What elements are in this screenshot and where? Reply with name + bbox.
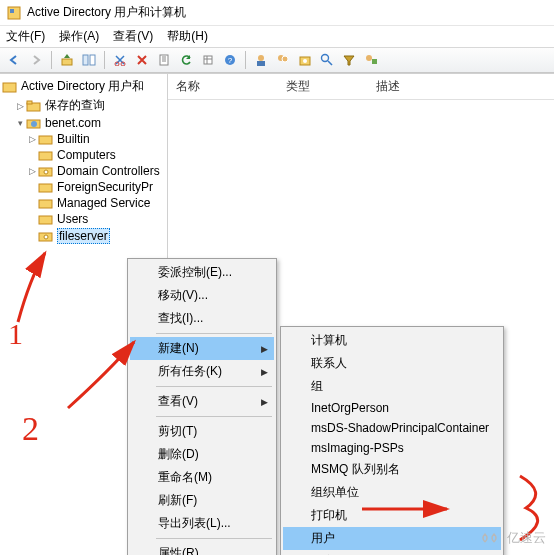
- tree-saved-queries[interactable]: ▷ 保存的查询: [0, 96, 167, 115]
- export-button[interactable]: [198, 50, 218, 70]
- ctx-rename[interactable]: 重命名(M): [130, 466, 274, 489]
- toolbar: ?: [0, 47, 554, 73]
- tree-label: Builtin: [57, 132, 90, 146]
- add-to-group-button[interactable]: [361, 50, 381, 70]
- svg-rect-31: [39, 136, 52, 144]
- expand-icon[interactable]: ▷: [26, 134, 38, 144]
- refresh-button[interactable]: [176, 50, 196, 70]
- tree-label: fileserver: [57, 228, 110, 244]
- col-type[interactable]: 类型: [278, 78, 368, 95]
- sub-group[interactable]: 组: [283, 375, 501, 398]
- tree-domain-controllers[interactable]: ▷ Domain Controllers: [0, 163, 167, 179]
- tree-users[interactable]: Users: [0, 211, 167, 227]
- cut-button[interactable]: [110, 50, 130, 70]
- help-button[interactable]: ?: [220, 50, 240, 70]
- svg-point-30: [31, 121, 37, 127]
- sub-ou[interactable]: 组织单位: [283, 481, 501, 504]
- tree-managed-svc[interactable]: Managed Service: [0, 195, 167, 211]
- ctx-new[interactable]: 新建(N)▶: [130, 337, 274, 360]
- folder-icon: [26, 99, 42, 113]
- menu-help[interactable]: 帮助(H): [167, 28, 208, 45]
- collapse-icon[interactable]: ▾: [14, 118, 26, 128]
- ctx-separator: [156, 416, 272, 417]
- domain-icon: [26, 116, 42, 130]
- nav-forward-button[interactable]: [26, 50, 46, 70]
- ctx-separator: [156, 386, 272, 387]
- tree-foreign-sp[interactable]: ForeignSecurityPr: [0, 179, 167, 195]
- sub-computer[interactable]: 计算机: [283, 329, 501, 352]
- tree-computers[interactable]: Computers: [0, 147, 167, 163]
- ctx-find[interactable]: 查找(I)...: [130, 307, 274, 330]
- svg-rect-1: [10, 9, 14, 13]
- ctx-refresh[interactable]: 刷新(F): [130, 489, 274, 512]
- menu-action[interactable]: 操作(A): [59, 28, 99, 45]
- submenu-new[interactable]: 计算机 联系人 组 InetOrgPerson msDS-ShadowPrinc…: [280, 326, 504, 555]
- ou-icon: [38, 229, 54, 243]
- new-ou-button[interactable]: [295, 50, 315, 70]
- svg-point-34: [44, 170, 48, 174]
- svg-rect-2: [62, 59, 72, 65]
- tree-root[interactable]: Active Directory 用户和: [0, 77, 167, 96]
- folder-icon: [38, 148, 54, 162]
- sub-shared-folder[interactable]: 共享文件夹: [283, 550, 501, 555]
- svg-rect-26: [3, 83, 16, 92]
- ctx-view[interactable]: 查看(V)▶: [130, 390, 274, 413]
- tree-builtin[interactable]: ▷ Builtin: [0, 131, 167, 147]
- svg-rect-25: [372, 59, 377, 64]
- menubar: 文件(F) 操作(A) 查看(V) 帮助(H): [0, 26, 554, 47]
- ctx-cut[interactable]: 剪切(T): [130, 420, 274, 443]
- sub-printer[interactable]: 打印机: [283, 504, 501, 527]
- sub-user[interactable]: 用户: [283, 527, 501, 550]
- expand-icon[interactable]: ▷: [26, 166, 38, 176]
- svg-point-16: [258, 55, 264, 61]
- new-group-button[interactable]: [273, 50, 293, 70]
- ctx-all-tasks[interactable]: 所有任务(K)▶: [130, 360, 274, 383]
- col-name[interactable]: 名称: [168, 78, 278, 95]
- col-desc[interactable]: 描述: [368, 78, 554, 95]
- properties-button[interactable]: [154, 50, 174, 70]
- sub-msds-shadow[interactable]: msDS-ShadowPrincipalContainer: [283, 418, 501, 438]
- tree-domain[interactable]: ▾ benet.com: [0, 115, 167, 131]
- toolbar-separator: [245, 51, 246, 69]
- menu-view[interactable]: 查看(V): [113, 28, 153, 45]
- ctx-delete[interactable]: 删除(D): [130, 443, 274, 466]
- tree-label: 保存的查询: [45, 97, 105, 114]
- svg-rect-35: [39, 184, 52, 192]
- context-menu[interactable]: 委派控制(E)... 移动(V)... 查找(I)... 新建(N)▶ 所有任务…: [127, 258, 277, 555]
- tree-label: Domain Controllers: [57, 164, 160, 178]
- ctx-export[interactable]: 导出列表(L)...: [130, 512, 274, 535]
- up-button[interactable]: [57, 50, 77, 70]
- ctx-separator: [156, 538, 272, 539]
- submenu-arrow-icon: ▶: [261, 367, 268, 377]
- list-header: 名称 类型 描述: [168, 74, 554, 100]
- ctx-properties[interactable]: 属性(R): [130, 542, 274, 555]
- tree-label: Computers: [57, 148, 116, 162]
- sub-msimaging[interactable]: msImaging-PSPs: [283, 438, 501, 458]
- nav-back-button[interactable]: [4, 50, 24, 70]
- filter-button[interactable]: [339, 50, 359, 70]
- titlebar: Active Directory 用户和计算机: [0, 0, 554, 26]
- folder-icon: [38, 212, 54, 226]
- tree-label: benet.com: [45, 116, 101, 130]
- svg-rect-3: [83, 55, 88, 65]
- sub-inetorg[interactable]: InetOrgPerson: [283, 398, 501, 418]
- new-user-button[interactable]: [251, 50, 271, 70]
- folder-icon: [38, 132, 54, 146]
- svg-rect-36: [39, 200, 52, 208]
- toolbar-separator: [51, 51, 52, 69]
- svg-rect-28: [27, 101, 32, 104]
- app-icon: [6, 5, 22, 21]
- ctx-move[interactable]: 移动(V)...: [130, 284, 274, 307]
- svg-rect-17: [257, 61, 265, 66]
- find-button[interactable]: [317, 50, 337, 70]
- menu-file[interactable]: 文件(F): [6, 28, 45, 45]
- delete-button[interactable]: [132, 50, 152, 70]
- svg-point-39: [44, 235, 48, 239]
- show-hide-button[interactable]: [79, 50, 99, 70]
- tree-root-label: Active Directory 用户和: [21, 78, 144, 95]
- tree-fileserver[interactable]: fileserver: [0, 227, 167, 245]
- ctx-delegate[interactable]: 委派控制(E)...: [130, 261, 274, 284]
- sub-contact[interactable]: 联系人: [283, 352, 501, 375]
- expand-icon[interactable]: ▷: [14, 101, 26, 111]
- sub-msmq[interactable]: MSMQ 队列别名: [283, 458, 501, 481]
